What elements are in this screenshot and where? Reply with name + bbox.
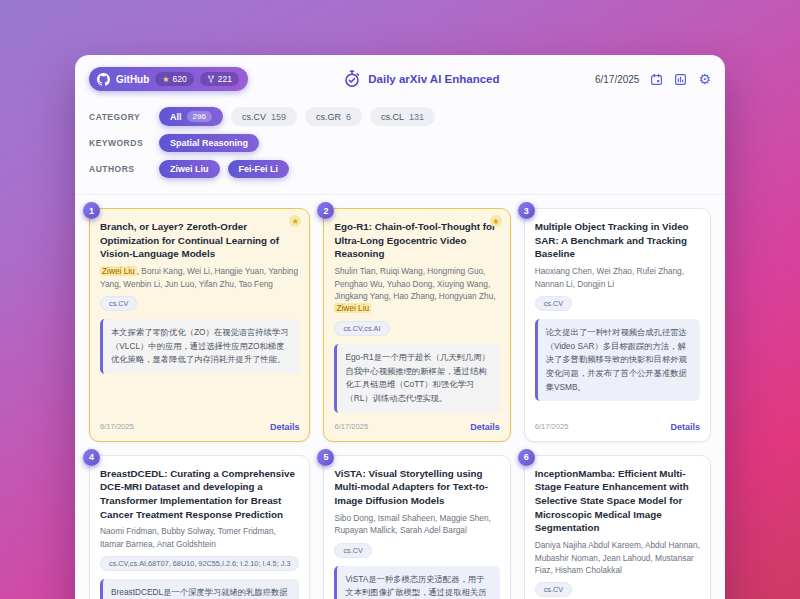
filter-pill-spatial-reasoning[interactable]: Spatial Reasoning: [159, 134, 259, 152]
paper-summary: Ego-R1是一个用于超长（几天到几周）自我中心视频推理的新框架，通过结构化工具…: [334, 344, 499, 413]
filter-pill-all[interactable]: All296: [159, 107, 223, 126]
paper-authors: Haoxiang Chen, Wei Zhao, Rufei Zhang, Na…: [535, 265, 700, 290]
star-icon: ★: [162, 75, 169, 84]
paper-tags: cs.CV,cs.AI,68T07, 68U10, 92C55,I.2.6; I…: [100, 556, 299, 571]
author-highlight: Ziwei Liu: [100, 266, 137, 276]
main-panel: GitHub ★ 620 221 Daily arX: [75, 55, 725, 599]
paper-tags: cs.CV: [535, 582, 700, 597]
paper-summary: 本文探索了零阶优化（ZO）在视觉语言持续学习（VLCL）中的应用，通过选择性应用…: [100, 319, 299, 374]
author-text: Naomi Fridman, Bubby Solway, Tomer Fridm…: [100, 526, 276, 548]
paper-title: Multiple Object Tracking in Video SAR: A…: [535, 220, 700, 261]
starred-icon[interactable]: ★: [490, 215, 502, 227]
paper-authors: Shulin Tian, Ruiqi Wang, Hongming Guo, P…: [334, 265, 499, 315]
paper-date: 6/17/2025: [334, 422, 368, 431]
starred-icon[interactable]: ★: [289, 215, 301, 227]
paper-tags: cs.CV,cs.AI: [334, 321, 499, 336]
github-stars-badge[interactable]: ★ 620: [155, 72, 193, 86]
paper-card[interactable]: 1 ★ Branch, or Layer? Zeroth-Order Optim…: [89, 208, 310, 442]
header-controls: 6/17/2025 ⚙: [595, 72, 711, 86]
paper-tags: cs.CV: [334, 543, 499, 558]
pill-count: 159: [271, 112, 286, 122]
paper-date: 6/17/2025: [535, 422, 569, 431]
author-pills: Ziwei LiuFei-Fei Li: [159, 160, 289, 178]
app-logo: Daily arXiv AI Enhanced: [343, 70, 499, 88]
card-number-badge: 5: [317, 449, 334, 466]
author-text: Shulin Tian, Ruiqi Wang, Hongming Guo, P…: [334, 266, 495, 301]
current-date: 6/17/2025: [595, 74, 640, 85]
card-number-badge: 6: [518, 449, 535, 466]
category-tag: cs.CV,cs.AI,68T07, 68U10, 92C55,I.2.6; I…: [100, 556, 299, 571]
card-footer: 6/17/2025 Details: [535, 413, 700, 432]
calendar-icon[interactable]: [650, 73, 663, 86]
paper-card[interactable]: 2 ★ Ego-R1: Chain-of-Tool-Thought for Ul…: [323, 208, 510, 442]
paper-summary: BreastDCEDL是一个深度学习就绪的乳腺癌数据集，基于多中心DCE-MRI…: [100, 579, 299, 599]
paper-cards-grid: 1 ★ Branch, or Layer? Zeroth-Order Optim…: [75, 195, 725, 599]
category-tag: cs.CV: [535, 296, 572, 311]
paper-card[interactable]: 5 ViSTA: Visual Storytelling using Multi…: [323, 455, 510, 599]
paper-tags: cs.CV: [100, 296, 299, 311]
github-forks-count: 221: [218, 74, 232, 84]
filter-label: KEYWORDS: [89, 138, 151, 148]
paper-summary: ViSTA是一种多模态历史适配器，用于文本到图像扩散模型，通过提取相关历史特征和…: [334, 566, 499, 599]
category-tag: cs.CV: [535, 582, 572, 597]
github-stars-count: 620: [173, 74, 187, 84]
filter-pill-fei-fei-li[interactable]: Fei-Fei Li: [228, 160, 290, 178]
pill-label: Fei-Fei Li: [239, 164, 279, 174]
paper-card[interactable]: 6 InceptionMamba: Efficient Multi-Stage …: [524, 455, 711, 599]
details-link[interactable]: Details: [470, 422, 500, 432]
git-fork-icon: [207, 75, 215, 83]
pill-label: All: [170, 112, 182, 122]
keyword-pills: Spatial Reasoning: [159, 134, 259, 152]
paper-card[interactable]: 3 Multiple Object Tracking in Video SAR:…: [524, 208, 711, 442]
pill-label: cs.CV: [242, 112, 266, 122]
filter-label: CATEGORY: [89, 112, 151, 122]
paper-title: InceptionMamba: Efficient Multi-Stage Fe…: [535, 467, 700, 536]
paper-title: BreastDCEDL: Curating a Comprehensive DC…: [100, 467, 299, 522]
paper-authors: Daniya Najiha Abdul Kareem, Abdul Hannan…: [535, 539, 700, 576]
filter-pill-cs-cv[interactable]: cs.CV159: [231, 107, 297, 126]
pill-label: cs.GR: [316, 112, 341, 122]
card-footer: 6/17/2025 Details: [100, 413, 299, 432]
author-text: Haoxiang Chen, Wei Zhao, Rufei Zhang, Na…: [535, 266, 684, 288]
filter-pill-cs-cl[interactable]: cs.CL131: [370, 107, 435, 126]
paper-date: 6/17/2025: [100, 422, 134, 431]
card-number-badge: 4: [83, 449, 100, 466]
details-link[interactable]: Details: [670, 422, 700, 432]
paper-summary: 论文提出了一种针对视频合成孔径雷达（Video SAR）多目标跟踪的方法，解决了…: [535, 319, 700, 401]
app-title: Daily arXiv AI Enhanced: [368, 73, 499, 85]
github-forks-badge[interactable]: 221: [200, 72, 239, 86]
paper-authors: Naomi Fridman, Bubby Solway, Tomer Fridm…: [100, 525, 299, 550]
octocat-icon: [97, 73, 110, 86]
gear-icon[interactable]: ⚙: [698, 72, 711, 86]
card-number-badge: 1: [83, 202, 100, 219]
paper-card[interactable]: 4 BreastDCEDL: Curating a Comprehensive …: [89, 455, 310, 599]
author-text: Sibo Dong, Ismail Shaheen, Maggie Shen, …: [334, 513, 490, 535]
paper-title: ViSTA: Visual Storytelling using Multi-m…: [334, 467, 499, 508]
pill-label: Spatial Reasoning: [170, 138, 248, 148]
category-tag: cs.CV: [334, 543, 371, 558]
filter-row-authors: AUTHORS Ziwei LiuFei-Fei Li: [89, 160, 711, 178]
category-tag: cs.CV: [100, 296, 137, 311]
filter-row-keywords: KEYWORDS Spatial Reasoning: [89, 134, 711, 152]
filter-pill-ziwei-liu[interactable]: Ziwei Liu: [159, 160, 220, 178]
pill-label: cs.CL: [381, 112, 404, 122]
filter-pill-cs-gr[interactable]: cs.GR6: [305, 107, 362, 126]
pill-label: Ziwei Liu: [170, 164, 209, 174]
card-footer: 6/17/2025 Details: [334, 413, 499, 432]
author-text: Daniya Najiha Abdul Kareem, Abdul Hannan…: [535, 540, 700, 575]
paper-tags: cs.CV: [535, 296, 700, 311]
paper-title: Ego-R1: Chain-of-Tool-Thought for Ultra-…: [334, 220, 499, 261]
stopwatch-check-icon: [343, 70, 361, 88]
paper-authors: Sibo Dong, Ismail Shaheen, Maggie Shen, …: [334, 512, 499, 537]
github-link[interactable]: GitHub ★ 620 221: [89, 67, 248, 91]
bar-chart-icon[interactable]: [674, 73, 687, 86]
paper-title: Branch, or Layer? Zeroth-Order Optimizat…: [100, 220, 299, 261]
category-tag: cs.CV,cs.AI: [334, 321, 389, 336]
filter-row-category: CATEGORY All296cs.CV159cs.GR6cs.CL131: [89, 107, 711, 126]
filter-label: AUTHORS: [89, 164, 151, 174]
card-number-badge: 3: [518, 202, 535, 219]
category-pills: All296cs.CV159cs.GR6cs.CL131: [159, 107, 435, 126]
pill-count: 296: [187, 111, 212, 122]
details-link[interactable]: Details: [270, 422, 300, 432]
paper-authors: Ziwei Liu, Borui Kang, Wei Li, Hangjie Y…: [100, 265, 299, 290]
